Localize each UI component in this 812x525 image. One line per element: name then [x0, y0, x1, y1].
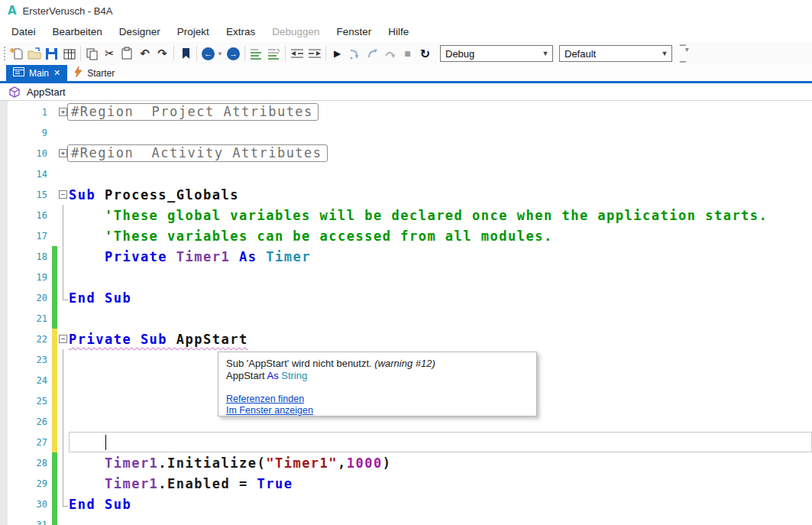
outdent-icon[interactable]	[288, 44, 306, 63]
code-line-18[interactable]: 18 Private Timer1 As Timer	[8, 246, 812, 267]
paste-icon[interactable]	[118, 44, 136, 63]
code-line-15[interactable]: 15−Sub Process_Globals	[8, 184, 812, 205]
breadcrumb[interactable]: AppStart	[0, 83, 812, 101]
code-text	[69, 267, 812, 287]
comment-icon[interactable]	[247, 44, 265, 63]
line-number: 22	[8, 334, 52, 345]
fold-column[interactable]: −	[57, 329, 69, 349]
stop-icon[interactable]: ■	[399, 44, 416, 63]
tab-starter[interactable]: Starter	[67, 65, 121, 81]
change-bar	[52, 349, 57, 370]
menu-designer[interactable]: Designer	[111, 23, 169, 41]
build-variant-dropdown[interactable]: Default ▼	[559, 45, 672, 62]
new-project-icon[interactable]	[8, 44, 25, 63]
code-text: End Sub	[69, 287, 812, 308]
window-title: ErsterVerusch - B4A	[23, 5, 113, 17]
build-config-value: Debug	[441, 48, 539, 60]
change-bar	[52, 287, 57, 308]
code-editor[interactable]: 1+#Region Project Attributes910+#Region …	[0, 101, 812, 525]
code-line-21[interactable]: 21	[8, 308, 812, 329]
tab-main[interactable]: Main✕	[6, 65, 67, 81]
build-config-dropdown[interactable]: Debug ▼	[440, 45, 553, 62]
tab-close-icon[interactable]: ✕	[53, 68, 60, 78]
toolbar-separator	[285, 46, 286, 61]
code-line-22[interactable]: 22−Private Sub AppStart	[8, 329, 812, 349]
document-tabs: Main✕Starter	[0, 65, 812, 81]
fold-column[interactable]: +	[57, 102, 69, 122]
expand-region-icon[interactable]: +	[59, 149, 67, 157]
undo-icon[interactable]: ↶	[136, 44, 154, 63]
copy-icon[interactable]	[83, 44, 101, 63]
code-line-28[interactable]: 28 Timer1.Initialize("Timer1",1000)	[8, 452, 812, 473]
uncomment-icon[interactable]	[265, 44, 283, 63]
token-nm: 1000	[347, 455, 383, 471]
text-caret	[105, 435, 107, 450]
collapsed-region-box[interactable]: #Region Project Attributes	[67, 103, 319, 121]
change-bar	[52, 184, 57, 205]
editor-margin	[0, 101, 8, 525]
code-line-27[interactable]: 27	[8, 432, 812, 452]
fold-column[interactable]: −	[57, 184, 69, 205]
find-references-link[interactable]: Referenzen finden	[226, 394, 529, 404]
change-bar	[52, 102, 57, 122]
fold-column	[57, 287, 69, 308]
modules-icon[interactable]	[60, 44, 78, 63]
show-in-window-link[interactable]: Im Fenster anzeigen	[226, 405, 529, 416]
step-over-icon[interactable]	[381, 44, 399, 63]
collapse-region-icon[interactable]: −	[59, 335, 67, 343]
code-line-19[interactable]: 19	[8, 267, 812, 287]
menu-debuggen[interactable]: Debuggen	[264, 23, 328, 41]
fold-column	[57, 267, 69, 287]
token-pl: )	[383, 455, 392, 471]
line-number: 23	[8, 355, 52, 365]
run-icon[interactable]: ▶	[328, 44, 346, 63]
fold-column[interactable]: +	[57, 143, 69, 164]
line-number: 16	[8, 210, 52, 221]
menu-datei[interactable]: Datei	[3, 23, 44, 41]
code-text: Timer1.Initialize("Timer1",1000)	[69, 452, 812, 473]
code-line-10[interactable]: 10+#Region Activity Attributes	[8, 143, 812, 164]
token-pl: ,	[338, 455, 347, 471]
change-bar	[52, 370, 57, 391]
title-bar: A ErsterVerusch - B4A	[0, 0, 812, 21]
code-line-9[interactable]: 9	[8, 122, 812, 143]
warning-squiggle: Private Sub AppStart	[69, 332, 248, 347]
code-line-14[interactable]: 14	[8, 164, 812, 184]
code-line-1[interactable]: 1+#Region Project Attributes	[8, 102, 812, 122]
restart-icon[interactable]: ↻	[416, 44, 434, 63]
change-bar	[52, 473, 57, 494]
caret-down-icon[interactable]: ▼	[217, 44, 225, 63]
bookmark-icon[interactable]	[176, 44, 194, 63]
menu-projekt[interactable]: Projekt	[169, 23, 218, 41]
toolbar-overflow-icon[interactable]: ▔▾▁	[680, 45, 688, 62]
step-out-icon[interactable]	[364, 44, 381, 63]
collapse-region-icon[interactable]: −	[59, 190, 67, 199]
tooltip-warning-id: (warning #12)	[374, 358, 435, 369]
tooltip-signature: AppStart As String	[226, 370, 529, 381]
code-line-31[interactable]: 31	[8, 514, 812, 525]
save-icon[interactable]	[43, 44, 60, 63]
code-line-16[interactable]: 16 'These global variables will be decla…	[8, 205, 812, 225]
cut-icon[interactable]: ✂	[101, 44, 118, 63]
fold-column	[57, 205, 69, 225]
fold-column	[57, 411, 69, 432]
menu-fenster[interactable]: Fenster	[328, 23, 380, 41]
nav-back-icon[interactable]: ←	[199, 44, 217, 63]
menu-hilfe[interactable]: Hilfe	[380, 23, 417, 41]
token-kw: Private	[69, 249, 176, 264]
open-project-icon[interactable]	[25, 44, 43, 63]
code-line-29[interactable]: 29 Timer1.Enabled = True	[8, 473, 812, 494]
change-bar	[52, 225, 57, 246]
code-line-20[interactable]: 20End Sub	[8, 287, 812, 308]
step-into-icon[interactable]	[346, 44, 364, 63]
code-line-17[interactable]: 17 'These variables can be accessed from…	[8, 225, 812, 246]
toolbar-separator	[196, 46, 197, 61]
indent-icon[interactable]	[306, 44, 323, 63]
menu-extras[interactable]: Extras	[218, 23, 264, 41]
collapsed-region-box[interactable]: #Region Activity Attributes	[67, 144, 328, 162]
code-line-30[interactable]: 30End Sub	[8, 494, 812, 514]
expand-region-icon[interactable]: +	[59, 108, 67, 116]
nav-forward-icon[interactable]: →	[225, 44, 242, 63]
menu-bearbeiten[interactable]: Bearbeiten	[44, 23, 111, 41]
redo-icon[interactable]: ↷	[154, 44, 171, 63]
